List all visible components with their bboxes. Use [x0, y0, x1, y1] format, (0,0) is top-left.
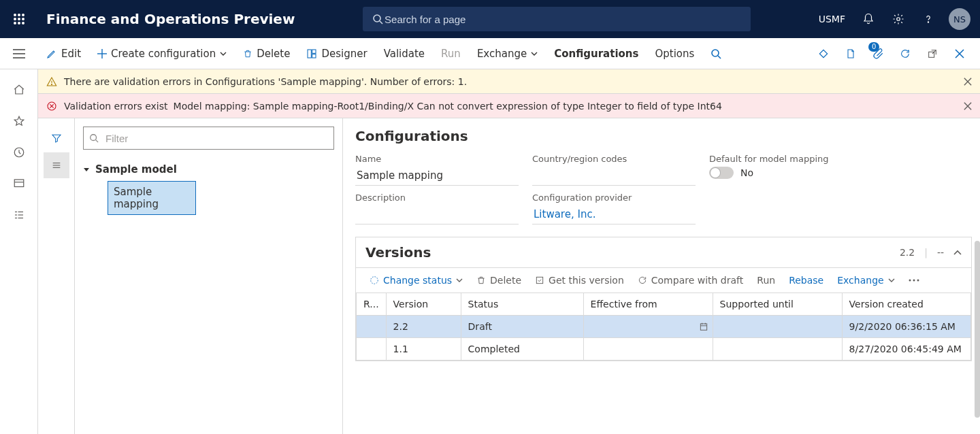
cell-version[interactable]: 1.1: [386, 338, 461, 361]
versions-exchange-button[interactable]: Exchange: [833, 275, 898, 286]
notifications-button[interactable]: [855, 0, 882, 38]
personalize-button[interactable]: [810, 38, 837, 69]
global-search[interactable]: [363, 7, 751, 31]
cell-created[interactable]: 9/2/2020 06:36:15 AM: [842, 316, 970, 338]
value-name[interactable]: Sample mapping: [355, 167, 519, 186]
compare-with-draft-button[interactable]: Compare with draft: [634, 275, 748, 286]
options-button[interactable]: Options: [647, 38, 702, 69]
modules-button[interactable]: [5, 201, 33, 229]
user-avatar[interactable]: NS: [949, 8, 970, 30]
versions-more-button[interactable]: [904, 279, 924, 282]
tree-filter-box[interactable]: [83, 127, 334, 150]
open-in-office-button[interactable]: [837, 38, 864, 69]
svg-line-22: [718, 56, 721, 59]
cell-version[interactable]: 2.2: [386, 316, 461, 338]
tree-list-mode-button[interactable]: [44, 152, 69, 178]
legal-entity[interactable]: USMF: [819, 14, 845, 24]
value-country[interactable]: [532, 167, 696, 186]
exchange-button[interactable]: Exchange: [469, 38, 546, 69]
plus-icon: [97, 49, 107, 59]
tree-child-selected[interactable]: Sample mapping: [108, 181, 196, 215]
value-description[interactable]: [355, 205, 519, 224]
cell-effective[interactable]: [583, 316, 713, 338]
home-button[interactable]: [5, 76, 33, 103]
vertical-scrollbar[interactable]: [975, 241, 980, 418]
versions-delete-button[interactable]: Delete: [472, 275, 525, 286]
calendar-icon[interactable]: [699, 322, 708, 331]
table-row[interactable]: 2.2Draft9/2/2020 06:36:15 AM: [357, 316, 971, 338]
toolbar-search-button[interactable]: [702, 38, 730, 69]
get-this-version-button[interactable]: Get this version: [531, 275, 628, 286]
configurations-tab[interactable]: Configurations: [546, 38, 647, 69]
table-row[interactable]: 1.1Completed8/27/2020 06:45:49 AM: [357, 338, 971, 361]
popout-icon: [927, 48, 938, 59]
app-launcher-button[interactable]: [0, 13, 38, 25]
create-configuration-button[interactable]: Create configuration: [89, 38, 235, 69]
error-body: Model mapping: Sample mapping-Root1/Bind…: [174, 101, 722, 112]
favorites-button[interactable]: [5, 107, 33, 135]
error-icon: [46, 101, 57, 112]
workspaces-button[interactable]: [5, 170, 33, 197]
svg-rect-51: [536, 277, 542, 283]
cell-supported[interactable]: [713, 316, 842, 338]
close-icon: [964, 102, 972, 110]
edit-button[interactable]: Edit: [38, 38, 89, 69]
close-icon: [964, 78, 972, 86]
versions-toolbar: Change status Delete Get this version Co…: [356, 268, 971, 293]
cell-created[interactable]: 8/27/2020 06:45:49 AM: [842, 338, 970, 361]
cell-effective[interactable]: [583, 338, 713, 361]
designer-button[interactable]: Designer: [298, 38, 375, 69]
validate-button[interactable]: Validate: [376, 38, 433, 69]
attachments-button[interactable]: 0: [864, 38, 892, 69]
search-input[interactable]: [383, 13, 741, 26]
svg-point-0: [14, 14, 16, 16]
change-status-label: Change status: [383, 275, 452, 286]
change-status-button[interactable]: Change status: [365, 275, 467, 286]
tree-root-node[interactable]: Sample model: [83, 161, 334, 178]
tree-filter-mode-button[interactable]: [44, 125, 69, 151]
svg-rect-19: [312, 50, 316, 53]
col-created[interactable]: Version created: [842, 293, 970, 316]
field-country: Country/region codes: [532, 154, 709, 186]
warning-close-button[interactable]: [964, 78, 972, 86]
tree-filter-input[interactable]: [104, 132, 328, 145]
cell-status[interactable]: Completed: [461, 338, 583, 361]
svg-point-52: [909, 280, 911, 282]
col-supported[interactable]: Supported until: [713, 293, 842, 316]
popout-button[interactable]: [919, 38, 946, 69]
rebase-label: Rebase: [789, 275, 823, 286]
col-status[interactable]: Status: [461, 293, 583, 316]
rebase-button[interactable]: Rebase: [785, 275, 828, 286]
svg-point-11: [897, 18, 900, 21]
waffle-icon: [13, 13, 25, 25]
cell-r[interactable]: [357, 338, 387, 361]
help-button[interactable]: [915, 0, 942, 38]
svg-point-3: [14, 18, 16, 20]
svg-rect-18: [308, 50, 311, 58]
get-version-label: Get this version: [549, 275, 624, 286]
cell-status[interactable]: Draft: [461, 316, 583, 338]
delete-button[interactable]: Delete: [235, 38, 298, 69]
col-r[interactable]: R...: [357, 293, 387, 316]
gear-icon: [892, 13, 904, 25]
delete-label: Delete: [257, 48, 290, 60]
value-provider[interactable]: Litware, Inc.: [532, 205, 696, 224]
versions-card-header[interactable]: Versions 2.2 | --: [356, 237, 971, 268]
col-effective[interactable]: Effective from: [583, 293, 713, 316]
default-mapping-toggle[interactable]: [709, 167, 734, 179]
close-page-button[interactable]: [946, 38, 973, 69]
versions-exchange-label: Exchange: [837, 275, 883, 286]
svg-point-4: [18, 18, 20, 20]
cell-supported[interactable]: [713, 338, 842, 361]
versions-delete-label: Delete: [490, 275, 521, 286]
svg-point-37: [51, 84, 52, 84]
recent-button[interactable]: [5, 139, 33, 166]
nav-pane-toggle[interactable]: [0, 38, 38, 69]
compare-label: Compare with draft: [651, 275, 744, 286]
versions-run-button[interactable]: Run: [753, 275, 779, 286]
error-close-button[interactable]: [964, 102, 972, 110]
refresh-button[interactable]: [892, 38, 919, 69]
settings-button[interactable]: [885, 0, 912, 38]
cell-r[interactable]: [357, 316, 387, 338]
col-version[interactable]: Version: [386, 293, 461, 316]
